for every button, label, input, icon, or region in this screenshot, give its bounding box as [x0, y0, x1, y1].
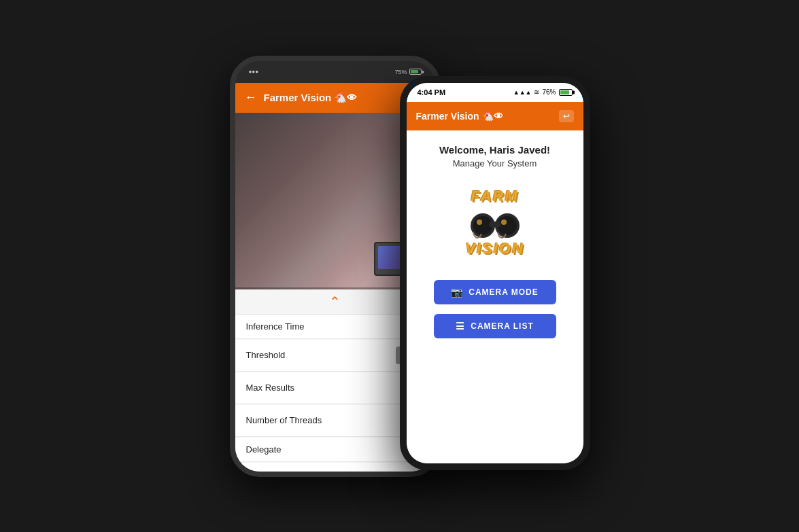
- ml-model-row: ML Model Stray Animal: [235, 463, 435, 477]
- max-results-label: Max Results: [246, 383, 401, 393]
- logout-icon[interactable]: ↩: [559, 110, 574, 122]
- manage-text: Manage Your System: [453, 158, 537, 169]
- svg-point-3: [498, 216, 517, 235]
- back-status-bar: ●●● 75%: [235, 61, 435, 83]
- threshold-label: Threshold: [246, 350, 391, 360]
- chevron-up-icon: ⌃: [329, 295, 341, 308]
- phones-container: ●●● 75% ← Farmer Vision 🐔👁 ✏️: [209, 35, 590, 497]
- front-signal-icon: ▲▲▲: [513, 89, 532, 96]
- svg-point-6: [501, 219, 507, 225]
- battery-icon-back: [409, 69, 422, 75]
- front-app-header: Farmer Vision 🐔👁 ↩: [407, 102, 583, 130]
- back-arrow-icon[interactable]: ←: [245, 90, 257, 105]
- front-status-right: ▲▲▲ ≋ 76%: [513, 88, 573, 96]
- front-wifi-icon: ≋: [534, 88, 539, 96]
- ml-model-value: Stray Animal: [375, 469, 424, 477]
- front-status-bar: 4:04 PM ▲▲▲ ≋ 76%: [407, 83, 583, 102]
- camera-mode-label: CAMERA MODE: [469, 287, 539, 297]
- front-battery-percent: 76%: [542, 88, 556, 96]
- binoculars-svg: [468, 204, 522, 241]
- camera-list-label: CAMERA LIST: [471, 321, 534, 331]
- svg-point-5: [477, 219, 482, 225]
- front-content: Welcome, Haris Javed! Manage Your System…: [407, 130, 583, 463]
- farm-vision-logo: FARM: [447, 182, 543, 264]
- camera-mode-button[interactable]: 📷 CAMERA MODE: [434, 280, 556, 304]
- status-right: 75%: [394, 69, 421, 75]
- front-app-title: Farmer Vision 🐔👁: [416, 111, 503, 122]
- threads-label: Number of Threads: [246, 415, 401, 425]
- farm-text: FARM: [471, 189, 518, 204]
- status-left: ●●●: [249, 69, 259, 75]
- camera-mode-icon: 📷: [451, 287, 463, 298]
- camera-list-button[interactable]: ☰ CAMERA LIST: [434, 314, 556, 338]
- svg-point-1: [473, 216, 492, 235]
- front-status-time: 4:04 PM: [418, 88, 446, 96]
- camera-list-icon: ☰: [456, 321, 465, 332]
- phone-front: 4:04 PM ▲▲▲ ≋ 76% Farmer Vision 🐔👁 ↩: [400, 76, 590, 470]
- inference-time-label: Inference Time: [246, 321, 424, 332]
- svg-rect-4: [490, 221, 500, 227]
- signal-dots: ●●●: [249, 69, 259, 75]
- delegate-label: Delegate: [246, 444, 401, 455]
- welcome-text: Welcome, Haris Javed!: [439, 144, 550, 156]
- front-battery-icon: [559, 89, 573, 96]
- vision-text: VISION: [465, 241, 524, 256]
- front-phone-inner: 4:04 PM ▲▲▲ ≋ 76% Farmer Vision 🐔👁 ↩: [407, 83, 583, 463]
- notch: [305, 61, 366, 73]
- ml-model-label: ML Model: [246, 469, 369, 477]
- back-app-title: Farmer Vision 🐔👁: [264, 92, 407, 104]
- battery-percent-back: 75%: [394, 69, 407, 75]
